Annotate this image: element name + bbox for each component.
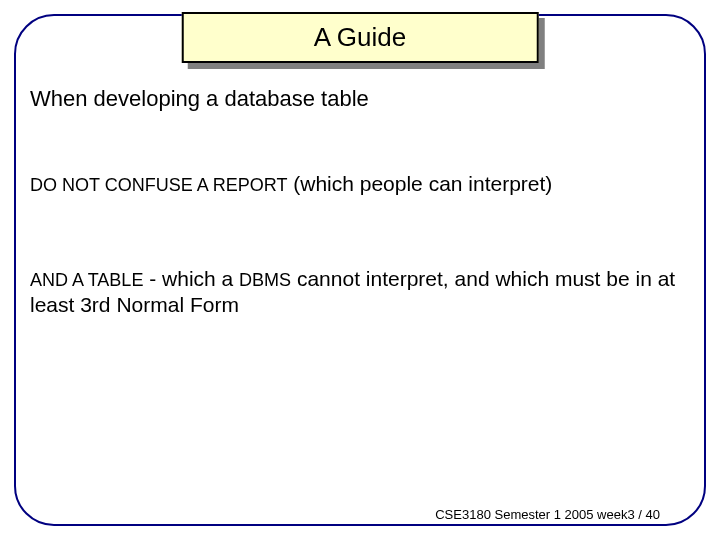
emph-and-a-table: AND A TABLE: [30, 270, 143, 290]
slide-footer: CSE3180 Semester 1 2005 week3 / 40: [435, 507, 660, 522]
emph-do-not-confuse: DO NOT CONFUSE A REPORT: [30, 175, 287, 195]
body-line-2-rest: (which people can interpret): [287, 172, 552, 195]
slide-body: When developing a database table DO NOT …: [30, 86, 690, 319]
title-bg: A Guide: [182, 12, 539, 63]
slide-title: A Guide: [314, 22, 407, 53]
body-line-2: DO NOT CONFUSE A REPORT (which people ca…: [30, 172, 690, 196]
body-line-1: When developing a database table: [30, 86, 690, 112]
body-line-3-mid: - which a: [143, 267, 239, 290]
slide: A Guide When developing a database table…: [0, 0, 720, 540]
body-line-3: AND A TABLE - which a DBMS cannot interp…: [30, 266, 690, 319]
title-box: A Guide: [182, 12, 539, 63]
emph-dbms: DBMS: [239, 270, 291, 290]
